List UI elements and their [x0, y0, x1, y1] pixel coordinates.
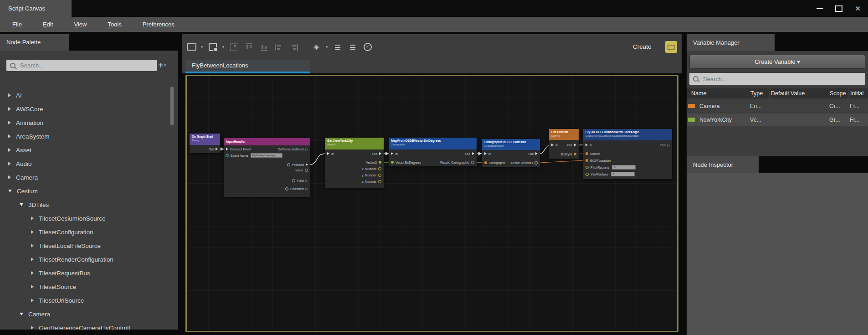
palette-item-cesium[interactable]: Cesium	[0, 184, 173, 198]
palette-search-input[interactable]	[19, 62, 153, 69]
node-input-handler[interactable]: InputHandler Connect Event OnConnectedEv…	[224, 138, 310, 197]
pin-in[interactable]: In	[484, 152, 491, 155]
pin-connect-event[interactable]: Connect Event	[226, 148, 251, 151]
palette-item-tilesetsource[interactable]: TilesetSource	[0, 280, 173, 294]
palette-item-tilesetrenderconfiguration[interactable]: TilesetRenderConfiguration	[0, 253, 173, 266]
pin-in[interactable]: In	[327, 152, 334, 155]
ungroup-icon[interactable]	[228, 41, 239, 53]
close-icon[interactable]: ✕	[855, 5, 861, 12]
pin-pressed[interactable]: Pressed	[287, 163, 308, 166]
pin-z-number[interactable]: z: Number	[362, 180, 381, 183]
pin-vector3[interactable]: Vector3	[366, 161, 381, 164]
chevron-down-icon[interactable]: ▾	[201, 45, 203, 49]
pin-out[interactable]: Out▷	[660, 144, 670, 147]
tab-flybetweenlocations[interactable]: FlyBetweenLocations	[185, 60, 310, 72]
menu-preferences[interactable]: Preferences	[143, 21, 175, 28]
pin-out[interactable]: Out	[529, 152, 538, 155]
pin-event-name[interactable]: Event Name	[226, 154, 248, 157]
variable-row-camera[interactable]: Camera En... Gr... Fr...	[687, 100, 868, 112]
pin-result-cartographic[interactable]: Result: Cartographic	[440, 161, 474, 164]
menu-edit[interactable]: Edit	[43, 21, 53, 28]
group-icon[interactable]	[207, 41, 218, 53]
palette-item-tileseturlsource[interactable]: TilesetUrlSource	[0, 294, 173, 307]
node-cartographic-to-ecef-cartesian[interactable]: CartographicToECEFCartesian GeospatialHe…	[482, 139, 540, 167]
create-node-icon[interactable]: ◈	[311, 41, 322, 53]
tab-variable-manager[interactable]: Variable Manager	[687, 34, 775, 51]
pin-cartographic[interactable]: Cartographic	[484, 161, 505, 165]
pitch-radians-field[interactable]: 0	[612, 165, 636, 170]
menu-tools[interactable]: Tools	[108, 21, 121, 28]
palette-item-animation[interactable]: Animation	[0, 116, 173, 129]
pin-in[interactable]: In	[391, 152, 398, 155]
script-asset-icon[interactable]	[665, 41, 677, 53]
menu-view[interactable]: View	[74, 21, 87, 28]
pin-ecef-location[interactable]: ECEFLocation	[586, 159, 611, 162]
pin-out[interactable]: Out	[209, 148, 218, 151]
align-bottom-icon[interactable]	[258, 41, 269, 53]
node-on-graph-start[interactable]: On Graph Start Timing Out	[190, 134, 220, 153]
node-map-from-vector3-in-degrees[interactable]: MapFromO3DEVector3InDegrees Cartographic…	[389, 138, 477, 166]
palette-item-camera-category[interactable]: Camera	[0, 307, 173, 321]
yaw-radians-field[interactable]: 0	[611, 172, 635, 176]
graph-canvas[interactable]: On Graph Start Timing Out InputHandler C…	[185, 75, 678, 332]
pin-entity-id[interactable]: EntityId	[561, 153, 576, 156]
pin-out[interactable]: Out	[372, 152, 381, 155]
node-fly-to-ecef-location[interactable]: FlyToECEFLocationWithEulerAngle GeoRefer…	[583, 129, 672, 179]
pin-value[interactable]: value	[295, 169, 308, 172]
maximize-icon[interactable]	[835, 5, 842, 12]
create-button[interactable]: Create	[633, 43, 652, 50]
pin-result-dvector3[interactable]: Result: DVector3	[511, 161, 538, 165]
palette-item-tilesetcesiumionsource[interactable]: TilesetCesiumIonSource	[0, 211, 173, 225]
pin-held[interactable]: Held▷	[292, 179, 308, 182]
palette-item-audio[interactable]: Audio	[0, 157, 173, 170]
pin-yaw-radians[interactable]: YawRadians	[586, 173, 608, 176]
tab-node-inspector[interactable]: Node Inspector	[687, 156, 759, 173]
palette-item-asset[interactable]: Asset	[0, 143, 173, 157]
pin-x-number[interactable]: x: Number	[362, 167, 381, 170]
tab-node-palette[interactable]: Node Palette	[0, 34, 69, 51]
palette-item-3dtiles[interactable]: 3DTiles	[0, 198, 173, 211]
add-node-button[interactable]: +▾	[158, 61, 166, 70]
palette-item-areasystem[interactable]: AreaSystem	[0, 129, 173, 143]
chevron-down-icon[interactable]: ▾	[326, 45, 328, 49]
pin-pitch-radians[interactable]: PitchRadians	[586, 166, 609, 169]
pin-source[interactable]: Source	[586, 152, 600, 155]
pin-in[interactable]: In	[551, 144, 558, 147]
validate-graph-icon[interactable]: ✓	[362, 41, 373, 53]
node-inspector-panel	[687, 173, 868, 335]
chevron-down-icon	[20, 203, 23, 206]
minimize-icon[interactable]	[817, 8, 823, 9]
menu-file[interactable]: File	[12, 21, 22, 28]
palette-item-tilesetrequestbus[interactable]: TilesetRequestBus	[0, 266, 173, 280]
align-top-icon[interactable]	[243, 41, 254, 53]
node-get-newyorkcity[interactable]: Get NewYorkCity Vector3 In Out Vector3 x…	[325, 138, 384, 188]
palette-item-camera[interactable]: Camera	[0, 170, 173, 184]
chevron-down-icon[interactable]: ▾	[222, 45, 225, 49]
palette-scrollbar[interactable]	[170, 87, 174, 125]
align-left-icon[interactable]	[273, 41, 284, 53]
data-pin-icon	[305, 169, 308, 172]
align-right-icon[interactable]	[288, 41, 299, 53]
variable-search[interactable]	[689, 73, 865, 85]
pin-on-connected-event[interactable]: OnConnectedEvent▷	[278, 148, 308, 151]
organize-nodes-left-icon[interactable]	[332, 41, 343, 53]
palette-item-ai[interactable]: AI	[0, 88, 173, 102]
pin-in[interactable]: In	[586, 144, 592, 147]
node-get-camera[interactable]: Get Camera EntityId In Out EntityId	[549, 129, 579, 159]
event-name-field[interactable]: FlyToNewYorkInput	[251, 153, 282, 158]
variable-row-newyorkcity[interactable]: NewYorkCity Ve... Gr... Fr...	[687, 113, 868, 126]
add-comment-icon[interactable]	[186, 41, 197, 53]
variable-search-input[interactable]	[702, 75, 862, 83]
pin-y-number[interactable]: y: Number	[362, 174, 381, 177]
palette-item-awscore[interactable]: AWSCore	[0, 102, 173, 116]
pin-out[interactable]: Out	[465, 152, 474, 155]
pin-released[interactable]: Released▷	[285, 187, 308, 191]
organize-nodes-right-icon[interactable]	[347, 41, 358, 53]
palette-item-georeferencecameraflycontroll[interactable]: GeoReferenceCameraFlyControll	[0, 321, 173, 330]
palette-item-tilesetlocalfilesource[interactable]: TilesetLocalFileSource	[0, 239, 173, 253]
palette-item-tilesetconfiguration[interactable]: TilesetConfiguration	[0, 225, 173, 239]
pin-vector3-in-degrees[interactable]: Vector3InDegrees	[391, 161, 421, 164]
pin-out[interactable]: Out	[567, 144, 576, 147]
palette-search[interactable]	[6, 60, 157, 71]
create-variable-button[interactable]: Create Variable ▾	[689, 55, 865, 69]
